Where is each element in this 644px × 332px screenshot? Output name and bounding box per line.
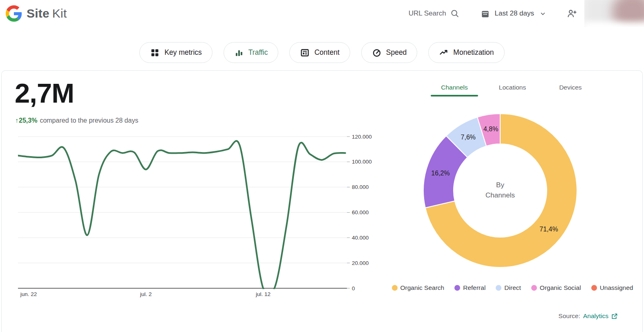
legend-item-organic-social: Organic Social xyxy=(531,284,581,292)
app-title-strong: Site xyxy=(27,7,49,20)
legend-label: Organic Search xyxy=(400,284,445,292)
nav-pill-speed[interactable]: Speed xyxy=(361,42,418,63)
legend-dot xyxy=(454,285,460,291)
url-search-button[interactable]: URL Search xyxy=(409,9,459,18)
active-tab-underline xyxy=(431,95,478,96)
svg-text:40.000: 40.000 xyxy=(352,235,369,241)
change-percent: 25,3% xyxy=(19,117,37,124)
nav-pill-label: Traffic xyxy=(248,48,268,57)
change-summary: ↑ 25,3% compared to the previous 28 days xyxy=(15,117,138,124)
external-link-icon xyxy=(611,313,618,320)
legend-item-organic-search: Organic Search xyxy=(392,284,445,292)
tab-label: Locations xyxy=(499,83,526,91)
channels-donut-chart: 71,4%16,2%7,6%4,8% By Channels xyxy=(422,112,578,269)
url-search-label: URL Search xyxy=(409,9,446,18)
tab-label: Channels xyxy=(441,83,468,91)
svg-text:jun. 22: jun. 22 xyxy=(20,291,37,297)
nav-pill-key-metrics[interactable]: Key metrics xyxy=(139,42,212,63)
breakdown-panel: Channels Locations Devices 71,4%16,2%7,6… xyxy=(381,71,644,332)
date-range-selector[interactable]: Last 28 days xyxy=(481,9,547,18)
donut-svg: 71,4%16,2%7,6%4,8% xyxy=(422,112,578,269)
nav-pill-traffic[interactable]: Traffic xyxy=(224,42,279,63)
person-add-icon xyxy=(566,8,577,19)
google-g-icon xyxy=(6,5,22,22)
tab-label: Devices xyxy=(559,83,581,91)
change-text: compared to the previous 28 days xyxy=(40,117,138,124)
source-line: Source: Analytics xyxy=(559,312,618,320)
share-access-button[interactable] xyxy=(566,8,577,19)
svg-text:80.000: 80.000 xyxy=(352,184,369,190)
donut-slice-percent: 4,8% xyxy=(483,126,498,132)
legend-dot xyxy=(392,285,398,291)
nav-pill-label: Content xyxy=(314,48,339,57)
chevron-down-icon xyxy=(539,10,547,18)
svg-text:jul. 2: jul. 2 xyxy=(140,291,152,297)
nav-pill-label: Speed xyxy=(386,48,407,57)
svg-text:100.000: 100.000 xyxy=(352,159,372,165)
donut-slice-percent: 16,2% xyxy=(431,170,449,177)
bar-chart-icon xyxy=(234,48,244,58)
donut-slice-percent: 71,4% xyxy=(539,226,558,233)
nav-pill-label: Monetization xyxy=(453,48,494,57)
legend-dot xyxy=(591,285,597,291)
calendar-icon xyxy=(481,9,490,18)
nav-pill-content[interactable]: Content xyxy=(289,42,350,63)
legend-dot xyxy=(531,285,537,291)
legend-item-direct: Direct xyxy=(496,284,521,292)
breakdown-tabs: Channels Locations Devices xyxy=(381,71,644,96)
svg-text:120.000: 120.000 xyxy=(352,134,372,140)
tab-devices[interactable]: Devices xyxy=(541,83,599,96)
legend-dot xyxy=(496,285,501,291)
date-range-label: Last 28 days xyxy=(495,9,534,18)
legend-label: Direct xyxy=(504,284,521,292)
svg-text:60.000: 60.000 xyxy=(352,209,369,215)
traffic-widget-card: 2,7M ↑ 25,3% compared to the previous 28… xyxy=(1,70,643,332)
sitekit-logo: SiteKit xyxy=(6,5,67,22)
svg-text:jul. 12: jul. 12 xyxy=(255,291,271,297)
app-title: SiteKit xyxy=(27,7,67,20)
speedometer-icon xyxy=(372,48,382,58)
source-prefix: Source: xyxy=(559,312,580,320)
visitors-series-line xyxy=(18,141,345,296)
tab-channels[interactable]: Channels xyxy=(425,83,483,96)
legend-label: Organic Social xyxy=(540,284,581,292)
tab-locations[interactable]: Locations xyxy=(483,83,541,96)
legend-label: Referral xyxy=(463,284,485,292)
grid-icon xyxy=(150,48,160,58)
section-nav: Key metrics Traffic Content Speed xyxy=(0,42,644,63)
svg-text:0: 0 xyxy=(352,285,355,292)
donut-slice-percent: 7,6% xyxy=(461,134,476,141)
analytics-source-link[interactable]: Analytics xyxy=(583,312,618,320)
visitors-line-chart: 020.00040.00060.00080.000100.000120.000j… xyxy=(18,134,378,303)
up-arrow-icon: ↑ xyxy=(15,117,18,124)
search-icon xyxy=(450,9,459,18)
source-link-label: Analytics xyxy=(583,312,608,320)
nav-pill-label: Key metrics xyxy=(164,48,201,57)
header-controls: URL Search Last 28 days xyxy=(409,0,644,27)
total-visitors-value: 2,7M xyxy=(15,77,74,109)
donut-legend: Organic SearchReferralDirectOrganic Soci… xyxy=(381,284,644,292)
legend-label: Unassigned xyxy=(600,284,633,292)
avatar[interactable] xyxy=(584,0,644,27)
app-title-light: Kit xyxy=(52,7,67,20)
nav-pill-monetization[interactable]: Monetization xyxy=(428,42,504,63)
legend-item-referral: Referral xyxy=(454,284,485,292)
svg-text:20.000: 20.000 xyxy=(352,260,369,266)
trending-up-icon xyxy=(439,48,449,58)
article-icon xyxy=(300,48,310,58)
legend-item-unassigned: Unassigned xyxy=(591,284,633,292)
header: SiteKit URL Search Last 28 days xyxy=(0,0,644,27)
